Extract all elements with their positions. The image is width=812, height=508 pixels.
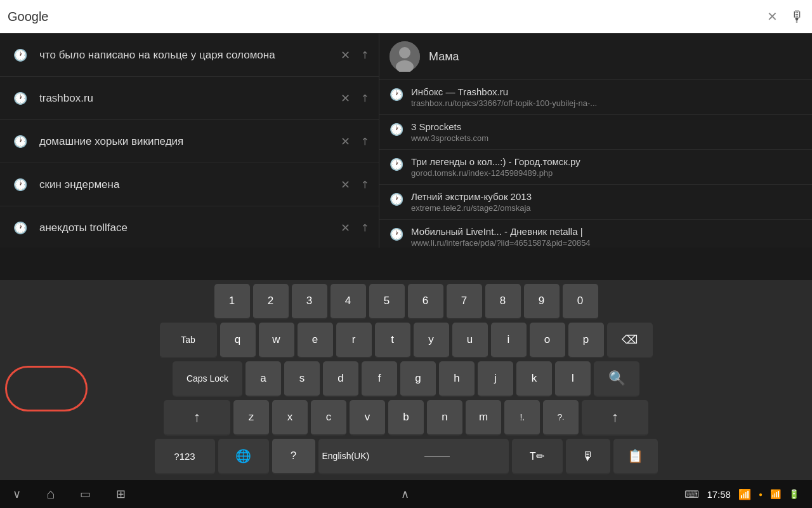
suggestion-actions: ✕ ↗	[341, 48, 369, 62]
key-q[interactable]: q	[220, 323, 256, 358]
status-time: 17:58	[707, 489, 731, 500]
key-f[interactable]: f	[362, 361, 397, 397]
keyboard-row-asdf: Caps Lock a s d f g h j k l 🔍	[3, 361, 809, 397]
key-question[interactable]: ?.	[543, 400, 579, 436]
key-g[interactable]: g	[400, 361, 436, 397]
keyboard-row-zxcv: ↑ z x c v b n m !, ?. ↑	[3, 400, 809, 436]
keyboard-row-numbers: 1 2 3 4 5 6 7 8 9 0	[3, 284, 809, 319]
key-7[interactable]: 7	[447, 284, 482, 319]
key-l[interactable]: l	[555, 361, 591, 397]
key-1[interactable]: 1	[214, 284, 250, 319]
recents-icon[interactable]: ▭	[80, 487, 91, 501]
key-z[interactable]: z	[233, 400, 269, 436]
key-d[interactable]: d	[323, 361, 358, 397]
key-9[interactable]: 9	[524, 284, 560, 319]
history-clock-icon: 🕐	[390, 88, 403, 102]
key-s[interactable]: s	[284, 361, 320, 397]
key-x[interactable]: x	[272, 400, 308, 436]
key-globe[interactable]: 🌐	[218, 439, 269, 474]
key-text-edit[interactable]: T✏	[512, 439, 563, 474]
key-5[interactable]: 5	[369, 284, 405, 319]
history-item[interactable]: 🕐 Летний экстрим-кубок 2013 extreme.tele…	[379, 185, 812, 220]
key-123[interactable]: ?123	[155, 439, 215, 474]
shift-right-key[interactable]: ↑	[582, 400, 648, 436]
key-v[interactable]: v	[350, 400, 385, 436]
search-input[interactable]	[8, 10, 762, 24]
shift-left-key[interactable]: ↑	[164, 400, 230, 436]
caps-lock-key[interactable]: Caps Lock	[173, 361, 242, 397]
fill-search-icon[interactable]: ↗	[357, 48, 372, 62]
key-e[interactable]: e	[298, 323, 333, 358]
key-b[interactable]: b	[388, 400, 424, 436]
key-o[interactable]: o	[530, 323, 565, 358]
home-icon[interactable]: ⌂	[46, 486, 55, 502]
remove-suggestion-icon[interactable]: ✕	[341, 91, 350, 105]
keyboard-row-qwerty: Tab q w e r t y u i o p ⌫	[3, 323, 809, 358]
key-mic[interactable]: 🎙	[566, 439, 610, 474]
key-h[interactable]: h	[439, 361, 475, 397]
key-w[interactable]: w	[259, 323, 294, 358]
history-content: Летний экстрим-кубок 2013 extreme.tele2.…	[411, 191, 802, 213]
key-clipboard[interactable]: 📋	[613, 439, 658, 474]
remove-suggestion-icon[interactable]: ✕	[341, 135, 350, 149]
history-item[interactable]: 🕐 Три легенды о кол...:) - Город.томск.р…	[379, 150, 812, 185]
history-item[interactable]: 🕐 Инбокс — Trashbox.ru trashbox.ru/topic…	[379, 80, 812, 115]
search-key[interactable]: 🔍	[594, 361, 639, 397]
history-title: Летний экстрим-кубок 2013	[411, 191, 802, 202]
keyboard-icon[interactable]: ⌨	[684, 488, 699, 500]
history-content: Три легенды о кол...:) - Город.томск.ру …	[411, 156, 802, 178]
key-a[interactable]: a	[246, 361, 281, 397]
key-0[interactable]: 0	[563, 284, 598, 319]
fill-search-icon[interactable]: ↗	[357, 177, 372, 192]
fill-search-icon[interactable]: ↗	[357, 91, 372, 105]
clear-icon[interactable]: ✕	[767, 9, 778, 24]
history-clock-icon: 🕐	[390, 123, 403, 137]
key-i[interactable]: i	[491, 323, 527, 358]
suggestion-item[interactable]: 🕐 что было написано на кольце у царя сол…	[0, 34, 379, 77]
key-4[interactable]: 4	[331, 284, 366, 319]
history-item[interactable]: 🕐 Мобильный LiveInt... - Дневник netalla…	[379, 220, 812, 248]
wifi-icon: 📶	[738, 488, 751, 500]
key-6[interactable]: 6	[408, 284, 443, 319]
key-k[interactable]: k	[516, 361, 552, 397]
clock-icon: 🕐	[10, 218, 30, 238]
key-j[interactable]: j	[478, 361, 513, 397]
fill-search-icon[interactable]: ↗	[357, 134, 372, 149]
key-c[interactable]: c	[311, 400, 346, 436]
suggestion-text: домашние хорьки википедия	[39, 135, 341, 148]
key-3[interactable]: 3	[292, 284, 327, 319]
suggestion-item[interactable]: 🕐 скин эндермена ✕ ↗	[0, 163, 379, 206]
suggestion-item[interactable]: 🕐 домашние хорьки википедия ✕ ↗	[0, 120, 379, 163]
contact-item[interactable]: Мама	[379, 34, 812, 80]
remove-suggestion-icon[interactable]: ✕	[341, 48, 350, 62]
menu-dots-icon[interactable]: ⋮	[789, 8, 804, 25]
key-y[interactable]: y	[414, 323, 449, 358]
clock-icon: 🕐	[10, 131, 30, 152]
key-exclaim[interactable]: !,	[504, 400, 540, 436]
back-icon[interactable]: ∨	[13, 487, 21, 501]
up-arrow-icon[interactable]: ∧	[401, 487, 409, 501]
qr-icon[interactable]: ⊞	[116, 487, 126, 501]
key-p[interactable]: p	[568, 323, 604, 358]
key-m[interactable]: m	[466, 400, 501, 436]
spacebar[interactable]: English(UK)	[318, 439, 509, 474]
suggestion-item[interactable]: 🕐 анекдоты trollface ✕ ↗	[0, 206, 379, 248]
key-2[interactable]: 2	[253, 284, 289, 319]
fill-search-icon[interactable]: ↗	[357, 220, 372, 235]
clock-icon: 🕐	[10, 175, 30, 195]
history-item[interactable]: 🕐 3 Sprockets www.3sprockets.com	[379, 115, 812, 150]
history-clock-icon: 🕐	[390, 192, 403, 206]
key-question-bottom[interactable]: ?	[272, 439, 315, 474]
key-tab[interactable]: Tab	[160, 323, 217, 358]
search-bar: ✕ 🎙 ⋮	[0, 0, 812, 33]
key-u[interactable]: u	[452, 323, 488, 358]
key-n[interactable]: n	[427, 400, 462, 436]
remove-suggestion-icon[interactable]: ✕	[341, 178, 350, 192]
key-8[interactable]: 8	[485, 284, 521, 319]
remove-suggestion-icon[interactable]: ✕	[341, 221, 350, 235]
suggestion-item[interactable]: 🕐 trashbox.ru ✕ ↗	[0, 77, 379, 120]
backspace-key[interactable]: ⌫	[607, 323, 653, 358]
history-url: extreme.tele2.ru/stage2/omskaja	[411, 203, 802, 213]
key-t[interactable]: t	[375, 323, 410, 358]
key-r[interactable]: r	[336, 323, 372, 358]
